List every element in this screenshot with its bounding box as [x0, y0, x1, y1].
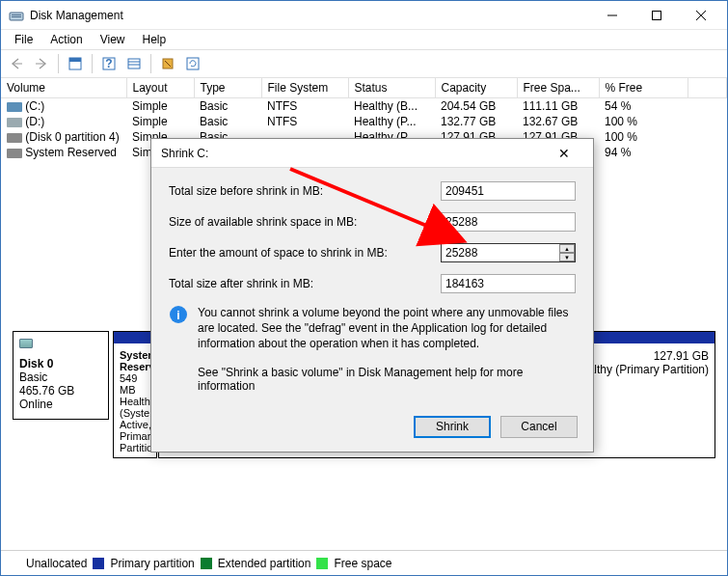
volume-icon: [7, 102, 22, 112]
cell: Simple: [126, 98, 194, 115]
cancel-button[interactable]: Cancel: [500, 416, 578, 438]
list-view-button[interactable]: [122, 52, 146, 75]
partition-label: System Reserved: [120, 349, 150, 372]
legend-label: Primary partition: [110, 557, 194, 570]
table-row[interactable]: (C:) Simple Basic NTFS Healthy (B... 204…: [1, 98, 727, 115]
cell: NTFS: [261, 114, 348, 129]
toolbar-separator: [92, 54, 93, 73]
window-title: Disk Management: [30, 9, 590, 22]
disk-name: Disk 0: [19, 357, 102, 370]
menubar: File Action View Help: [1, 30, 727, 49]
menu-view[interactable]: View: [93, 31, 133, 48]
volume-icon: [7, 149, 22, 158]
svg-rect-4: [653, 11, 661, 19]
cell: Healthy (P...: [348, 114, 435, 129]
col-volume[interactable]: Volume: [1, 78, 126, 98]
volume-name: System Reserved: [25, 146, 117, 159]
toolbar: ?: [1, 49, 727, 78]
info-icon: i: [169, 305, 188, 352]
disk-icon: [19, 336, 42, 355]
dialog-title: Shrink C:: [161, 147, 545, 160]
refresh-button[interactable]: [181, 52, 204, 75]
cell: 204.54 GB: [435, 98, 517, 115]
col-layout[interactable]: Layout: [126, 78, 194, 98]
cell: 100 %: [599, 114, 688, 129]
disk-size: 465.76 GB: [19, 384, 102, 398]
shrink-button[interactable]: Shrink: [414, 416, 491, 438]
shrink-dialog: Shrink C: ✕ Total size before shrink in …: [150, 138, 594, 453]
maximize-button[interactable]: [634, 2, 679, 29]
label-total-before: Total size before shrink in MB:: [169, 184, 441, 198]
label-total-after: Total size after shrink in MB:: [169, 277, 441, 290]
help-button[interactable]: ?: [97, 52, 121, 75]
field-total-before: [441, 181, 576, 201]
legend-label: Extended partition: [218, 557, 311, 570]
legend-label: Unallocated: [26, 557, 87, 570]
cell: Basic: [194, 98, 261, 115]
spinner-up-button[interactable]: ▲: [559, 244, 575, 253]
disk-info-panel[interactable]: Disk 0 Basic 465.76 GB Online: [13, 331, 109, 420]
label-available: Size of available shrink space in MB:: [169, 215, 441, 229]
col-free[interactable]: Free Spa...: [517, 78, 599, 98]
table-row[interactable]: (D:) Simple Basic NTFS Healthy (P... 132…: [1, 114, 727, 129]
cell: Simple: [126, 114, 194, 129]
cell: 132.67 GB: [517, 114, 599, 129]
cell: 111.11 GB: [517, 98, 599, 115]
toolbar-separator: [58, 54, 59, 73]
disk-state: Online: [19, 398, 102, 411]
cell: 94 %: [599, 145, 688, 160]
volume-icon: [7, 133, 22, 143]
volume-name: (C:): [25, 99, 44, 113]
field-available: [441, 212, 576, 232]
menu-action[interactable]: Action: [42, 31, 90, 48]
swatch-free: [316, 558, 328, 569]
forward-button[interactable]: [30, 52, 53, 75]
view-button[interactable]: [64, 52, 87, 75]
toolbar-separator: [150, 54, 151, 73]
dialog-close-button[interactable]: ✕: [545, 140, 583, 167]
volume-icon: [7, 118, 22, 127]
column-headers[interactable]: Volume Layout Type File System Status Ca…: [1, 78, 727, 98]
volume-name: (Disk 0 partition 4): [25, 130, 119, 144]
swatch-unallocated: [9, 558, 20, 569]
minimize-button[interactable]: [590, 2, 634, 29]
swatch-primary: [93, 558, 104, 569]
menu-file[interactable]: File: [7, 31, 40, 48]
titlebar: Disk Management: [1, 1, 727, 30]
dialog-titlebar[interactable]: Shrink C: ✕: [151, 139, 593, 168]
back-button[interactable]: [5, 52, 28, 75]
legend-label: Free space: [334, 557, 391, 570]
help-text: See "Shrink a basic volume" in Disk Mana…: [198, 366, 576, 393]
svg-rect-1: [12, 14, 21, 15]
col-status[interactable]: Status: [348, 78, 435, 98]
legend: Unallocated Primary partition Extended p…: [1, 550, 727, 575]
svg-text:i: i: [176, 309, 179, 322]
svg-text:?: ?: [105, 57, 112, 70]
disk-type: Basic: [19, 370, 102, 384]
spinner-down-button[interactable]: ▼: [559, 253, 575, 261]
svg-rect-10: [69, 58, 81, 62]
field-total-after: [441, 274, 576, 293]
cell: 132.77 GB: [435, 114, 517, 129]
col-capacity[interactable]: Capacity: [435, 78, 517, 98]
col-type[interactable]: Type: [194, 78, 261, 98]
label-amount: Enter the amount of space to shrink in M…: [169, 246, 441, 260]
col-extra[interactable]: [688, 78, 727, 98]
menu-help[interactable]: Help: [135, 31, 175, 48]
partition-size: 549 MB: [120, 372, 150, 396]
swatch-extended: [201, 558, 212, 569]
field-shrink-amount[interactable]: [441, 243, 576, 262]
svg-rect-2: [12, 16, 21, 17]
col-pct[interactable]: % Free: [599, 78, 688, 98]
svg-rect-13: [128, 59, 140, 69]
cell: NTFS: [261, 98, 348, 115]
cell: Basic: [194, 114, 261, 129]
cell: Healthy (B...: [348, 98, 435, 115]
volume-name: (D:): [25, 115, 44, 128]
cell: 54 %: [599, 98, 688, 115]
partition-status: Healthy (System, Active, Primary Partiti…: [120, 396, 150, 453]
col-fs[interactable]: File System: [261, 78, 348, 98]
properties-button[interactable]: [156, 52, 179, 75]
cell: 100 %: [599, 129, 688, 145]
close-button[interactable]: [679, 2, 723, 29]
